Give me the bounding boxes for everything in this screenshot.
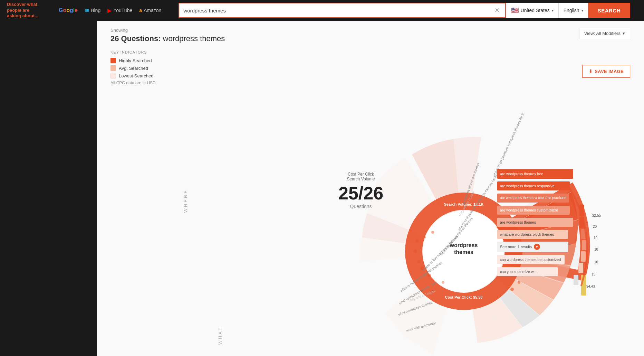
language-selector[interactable]: English ▾ <box>558 3 588 18</box>
item-bar-4: are wordpress themes <box>497 218 573 227</box>
question-count: 26 Questions: <box>110 34 161 43</box>
nav-youtube[interactable]: ▶ YouTube <box>107 7 132 14</box>
ki-low-label: Lowest Searched <box>119 73 153 78</box>
amazon-label: Amazon <box>144 8 161 13</box>
see-more-button[interactable]: See more 1 results ▾ <box>497 242 568 252</box>
svg-rect-5 <box>578 263 583 273</box>
svg-point-22 <box>414 250 417 253</box>
language-label: English <box>564 8 579 13</box>
page-heading: Showing 26 Questions: wordpress themes <box>110 28 225 43</box>
item-bar-5: what are wordpress block themes <box>497 230 568 239</box>
nav-bing[interactable]: ≋ Bing <box>85 7 100 14</box>
save-image-button[interactable]: ⬇ SAVE IMAGE <box>582 65 630 78</box>
svg-point-28 <box>431 231 434 234</box>
amazon-icon: a <box>139 8 142 13</box>
see-more-icon: ▾ <box>534 244 540 250</box>
svg-text:$4.43: $4.43 <box>586 284 595 288</box>
see-more-label: See more 1 results <box>500 245 532 249</box>
content-header: Showing 26 Questions: wordpress themes V… <box>110 28 630 43</box>
ki-high-label: Highly Searched <box>119 58 152 63</box>
svg-text:10: 10 <box>594 247 598 251</box>
svg-point-30 <box>518 281 520 284</box>
lang-chevron-icon: ▾ <box>581 9 583 12</box>
download-icon: ⬇ <box>589 69 593 74</box>
toolbar-row: KEY INDICATORS Highly Searched Avg. Sear… <box>110 50 630 92</box>
questions-label: Questions <box>338 204 383 209</box>
high-indicator-icon <box>110 58 116 63</box>
svg-text:10: 10 <box>594 236 598 240</box>
chart-fraction: 25/26 <box>338 184 383 202</box>
brand-asking: asking <box>7 13 21 18</box>
item-bar-6: can wordpress themes be customized <box>497 255 565 264</box>
main-content: Showing 26 Questions: wordpress themes V… <box>97 21 644 356</box>
svg-text:$2.55: $2.55 <box>592 214 601 217</box>
item-bar-2: are wordpress themes a one time purchase <box>497 194 569 203</box>
page-title: 26 Questions: wordpress themes <box>110 34 225 43</box>
viz-area: Cost Per Click Search Volume 25/26 Quest… <box>110 103 630 356</box>
nav-links: Google ≋ Bing ▶ YouTube a Amazon <box>59 7 161 14</box>
right-item-7: can you customize w... <box>497 265 573 278</box>
svg-text:15: 15 <box>592 272 596 276</box>
search-area: ✕ 🇺🇸 United States ▾ English ▾ SEARCH <box>179 3 630 18</box>
us-flag-icon: 🇺🇸 <box>511 7 519 14</box>
svg-text:20: 20 <box>593 225 597 228</box>
country-label: United States <box>521 8 550 13</box>
svg-point-32 <box>510 288 514 291</box>
svg-text:themes: themes <box>454 249 473 255</box>
svg-text:10: 10 <box>594 260 598 264</box>
google-icon: Google <box>59 7 78 13</box>
search-button[interactable]: SEARCH <box>588 3 630 18</box>
svg-point-24 <box>416 240 419 242</box>
query-text: wordpress themes <box>161 34 225 43</box>
sidebar <box>0 21 97 356</box>
ki-high: Highly Searched <box>110 58 156 63</box>
svg-point-29 <box>442 281 444 284</box>
modifier-chevron-icon: ▾ <box>623 31 625 36</box>
showing-label: Showing <box>110 28 225 33</box>
svg-text:wordpress: wordpress <box>449 242 478 248</box>
bing-icon: ≋ <box>85 7 89 14</box>
save-image-label: SAVE IMAGE <box>595 69 624 74</box>
right-item-4: are wordpress themes <box>497 216 573 228</box>
right-item-0: are wordpress themes free <box>497 168 573 180</box>
cpc-note: All CPC data are in USD <box>110 81 156 85</box>
clear-button[interactable]: ✕ <box>493 7 501 14</box>
youtube-label: YouTube <box>113 8 132 13</box>
nav-google[interactable]: Google <box>59 7 78 14</box>
country-chevron-icon: ▾ <box>552 9 554 12</box>
ki-avg-label: Avg. Searched <box>119 66 148 71</box>
svg-text:Cost Per Click: $5.58: Cost Per Click: $5.58 <box>445 295 482 299</box>
view-modifier-label: View: All Modifiers <box>584 31 621 36</box>
item-bar-7: can you customize w... <box>497 267 558 276</box>
item-bar-3: are wordpress themes customizable <box>497 206 570 215</box>
country-selector[interactable]: 🇺🇸 United States ▾ <box>506 3 558 18</box>
brand-line1: Discover what <box>7 2 48 8</box>
right-item-6: can wordpress themes be customized <box>497 253 573 265</box>
nav-amazon[interactable]: a Amazon <box>139 7 161 14</box>
chart-center-labels: Cost Per Click Search Volume 25/26 Quest… <box>338 172 383 209</box>
ki-low: Lowest Searched <box>110 73 156 78</box>
where-label: WHERE <box>183 189 188 213</box>
sv-label: Search Volume <box>338 177 383 181</box>
top-nav: Discover what people are asking about...… <box>0 0 644 21</box>
right-item-5: what are wordpress block themes <box>497 228 573 240</box>
youtube-icon: ▶ <box>107 7 112 14</box>
svg-rect-6 <box>574 275 578 285</box>
cpc-label: Cost Per Click <box>338 172 383 177</box>
item-bar-1: are wordpress themes responsive <box>497 181 570 190</box>
low-indicator-icon <box>110 73 116 78</box>
right-item-see-more[interactable]: See more 1 results ▾ <box>497 240 573 253</box>
right-labels: are wordpress themes free are wordpress … <box>497 168 573 278</box>
right-item-3: are wordpress themes customizable <box>497 204 573 216</box>
svg-rect-4 <box>581 251 586 262</box>
ki-title: KEY INDICATORS <box>110 50 156 54</box>
search-input[interactable] <box>183 8 493 13</box>
view-modifier-button[interactable]: View: All Modifiers ▾ <box>579 28 630 39</box>
brand-line3: asking about... <box>7 13 48 19</box>
search-bar: ✕ <box>179 3 506 18</box>
brand-logo: Discover what people are asking about... <box>7 2 48 19</box>
ki-avg: Avg. Searched <box>110 65 156 71</box>
brand-line2: people are <box>7 8 48 13</box>
right-item-1: are wordpress themes responsive <box>497 180 573 192</box>
avg-indicator-icon <box>110 65 116 71</box>
